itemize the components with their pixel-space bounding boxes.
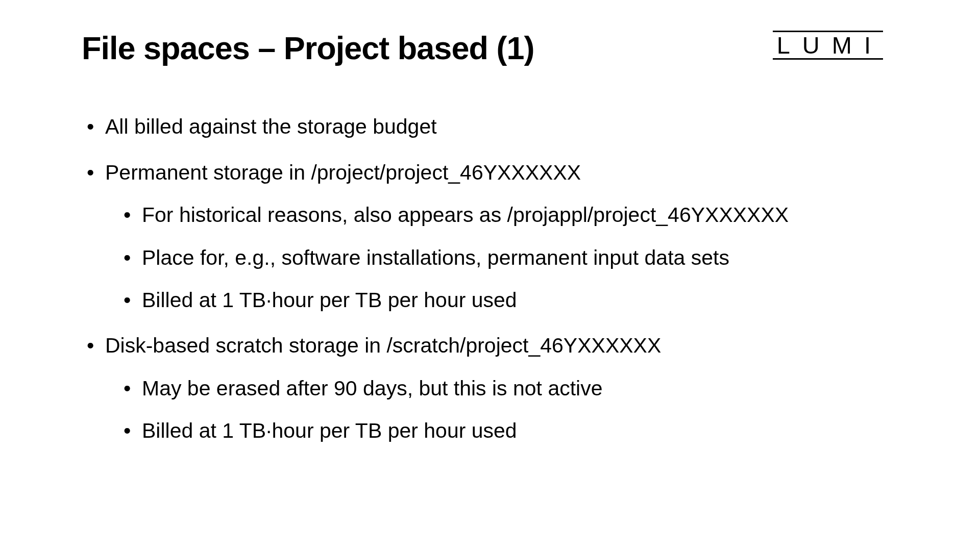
list-item: Billed at 1 TB·hour per TB per hour used (124, 285, 898, 315)
list-item: Billed at 1 TB·hour per TB per hour used (124, 416, 898, 446)
bullet-text: Billed at 1 TB·hour per TB per hour used (142, 288, 517, 312)
list-item: All billed against the storage budget (87, 112, 898, 142)
bullet-text: Permanent storage in /project/project_46… (105, 161, 581, 184)
logo: LUMI (773, 31, 883, 60)
list-item: Place for, e.g., software installations,… (124, 243, 898, 273)
slide-content: All billed against the storage budget Pe… (82, 112, 898, 446)
bullet-text: May be erased after 90 days, but this is… (142, 377, 602, 400)
bullet-text: Disk-based scratch storage in /scratch/p… (105, 334, 661, 357)
list-item: May be erased after 90 days, but this is… (124, 373, 898, 404)
bullet-text: For historical reasons, also appears as … (142, 203, 789, 227)
slide: File spaces – Project based (1) LUMI All… (0, 0, 980, 551)
bullet-text: Place for, e.g., software installations,… (142, 246, 729, 269)
list-item: For historical reasons, also appears as … (124, 200, 898, 230)
bullet-text: Billed at 1 TB·hour per TB per hour used (142, 419, 517, 442)
slide-title: File spaces – Project based (1) (82, 31, 534, 66)
slide-header: File spaces – Project based (1) LUMI (82, 31, 898, 66)
list-item: Permanent storage in /project/project_46… (87, 158, 898, 316)
logo-text: LUMI (773, 31, 883, 60)
list-item: Disk-based scratch storage in /scratch/p… (87, 331, 898, 446)
sub-bullet-list: May be erased after 90 days, but this is… (105, 373, 898, 446)
sub-bullet-list: For historical reasons, also appears as … (105, 200, 898, 315)
bullet-text: All billed against the storage budget (105, 115, 437, 138)
bullet-list: All billed against the storage budget Pe… (87, 112, 898, 446)
